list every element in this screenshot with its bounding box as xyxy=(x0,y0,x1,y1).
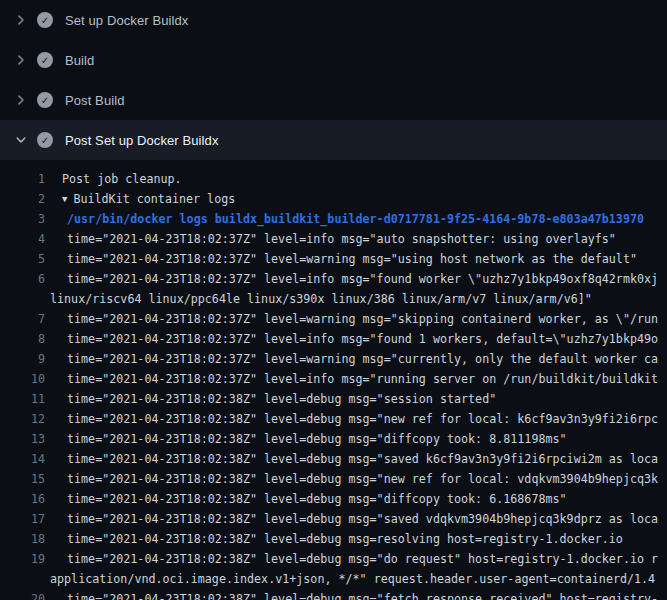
log-line: 11 time="2021-04-23T18:02:38Z" level=deb… xyxy=(0,389,667,409)
chevron-icon xyxy=(13,12,29,28)
log-line-number[interactable]: 7 xyxy=(0,309,45,329)
log-line-number[interactable]: 6 xyxy=(0,269,45,289)
check-circle-icon: ✓ xyxy=(37,92,53,108)
log-line-number[interactable]: 14 xyxy=(0,449,45,469)
chevron-icon xyxy=(13,92,29,108)
log-line: 12 time="2021-04-23T18:02:38Z" level=deb… xyxy=(0,409,667,429)
check-circle-icon: ✓ xyxy=(37,52,53,68)
log-line-number[interactable]: 10 xyxy=(0,369,45,389)
log-group-label[interactable]: BuildKit container logs xyxy=(73,192,235,206)
log-line-number[interactable]: 19 xyxy=(0,549,45,569)
log-line-text[interactable]: ▼BuildKit container logs xyxy=(62,189,235,209)
log-line-text: time="2021-04-23T18:02:38Z" level=debug … xyxy=(67,549,658,569)
log-line-text: time="2021-04-23T18:02:38Z" level=debug … xyxy=(67,469,658,489)
step-label: Build xyxy=(65,53,94,68)
log-line-number[interactable]: 4 xyxy=(0,229,45,249)
log-line: 13 time="2021-04-23T18:02:38Z" level=deb… xyxy=(0,429,667,449)
log-line: 17 time="2021-04-23T18:02:38Z" level=deb… xyxy=(0,509,667,529)
log-line-text: Post job cleanup. xyxy=(62,169,182,189)
log-line: 6 time="2021-04-23T18:02:37Z" level=info… xyxy=(0,269,667,289)
step-label: Post Build xyxy=(65,93,125,108)
log-line-text: time="2021-04-23T18:02:38Z" level=debug … xyxy=(67,429,567,449)
log-line-number[interactable]: 12 xyxy=(0,409,45,429)
log-line: 8 time="2021-04-23T18:02:37Z" level=info… xyxy=(0,329,667,349)
step-header-post-set-up-docker-buildx[interactable]: ✓ Post Set up Docker Buildx xyxy=(0,120,667,160)
log-line-text: time="2021-04-23T18:02:38Z" level=debug … xyxy=(67,449,658,469)
workflow-steps-log-panel: ✓ Set up Docker Buildx ✓ Build ✓ Post Bu… xyxy=(0,0,667,600)
log-line: 14 time="2021-04-23T18:02:38Z" level=deb… xyxy=(0,449,667,469)
log-line-number[interactable]: 18 xyxy=(0,529,45,549)
log-line-text: time="2021-04-23T18:02:38Z" level=debug … xyxy=(67,409,658,429)
log-line: 7 time="2021-04-23T18:02:37Z" level=warn… xyxy=(0,309,667,329)
log-line: 5 time="2021-04-23T18:02:37Z" level=warn… xyxy=(0,249,667,269)
log-line-text: time="2021-04-23T18:02:38Z" level=debug … xyxy=(67,509,658,529)
log-line-text: time="2021-04-23T18:02:37Z" level=info m… xyxy=(67,369,658,389)
log-line: 9 time="2021-04-23T18:02:37Z" level=warn… xyxy=(0,349,667,369)
log-line-number[interactable]: 16 xyxy=(0,489,45,509)
log-line-number[interactable]: 8 xyxy=(0,329,45,349)
step-label: Set up Docker Buildx xyxy=(65,13,188,28)
log-line-number[interactable]: 13 xyxy=(0,429,45,449)
check-circle-icon: ✓ xyxy=(37,12,53,28)
log-line-text: application/vnd.oci.image.index.v1+json,… xyxy=(50,569,655,589)
log-line-text: time="2021-04-23T18:02:38Z" level=debug … xyxy=(67,589,658,600)
log-line-number[interactable]: 9 xyxy=(0,349,45,369)
step-label: Post Set up Docker Buildx xyxy=(65,133,219,148)
log-line-text: time="2021-04-23T18:02:38Z" level=debug … xyxy=(67,529,623,549)
log-line-number[interactable]: 17 xyxy=(0,509,45,529)
log-line-number[interactable]: 20 xyxy=(0,589,45,600)
log-line-text: time="2021-04-23T18:02:37Z" level=warnin… xyxy=(67,309,658,329)
chevron-icon xyxy=(13,52,29,68)
log-line-number[interactable]: 15 xyxy=(0,469,45,489)
check-circle-icon: ✓ xyxy=(37,132,53,148)
log-line: 1 Post job cleanup. xyxy=(0,169,667,189)
steps-list: ✓ Set up Docker Buildx ✓ Build ✓ Post Bu… xyxy=(0,0,667,160)
log-command-text: /usr/bin/docker logs buildx_buildkit_bui… xyxy=(67,209,644,229)
log-line-number[interactable]: 5 xyxy=(0,249,45,269)
log-line-text: time="2021-04-23T18:02:37Z" level=warnin… xyxy=(67,249,637,269)
log-line-number[interactable]: 11 xyxy=(0,389,45,409)
log-line-text: time="2021-04-23T18:02:38Z" level=debug … xyxy=(67,489,567,509)
log-line-number[interactable]: 3 xyxy=(0,209,45,229)
log-line-text: time="2021-04-23T18:02:37Z" level=warnin… xyxy=(67,349,658,369)
log-line: 10 time="2021-04-23T18:02:37Z" level=inf… xyxy=(0,369,667,389)
step-header-build[interactable]: ✓ Build xyxy=(0,40,667,80)
log-line-text: time="2021-04-23T18:02:37Z" level=info m… xyxy=(67,269,658,289)
log-line: application/vnd.oci.image.index.v1+json,… xyxy=(0,569,667,589)
log-view: 1 Post job cleanup. 2 ▼BuildKit containe… xyxy=(0,160,667,600)
log-line: linux/riscv64 linux/ppc64le linux/s390x … xyxy=(0,289,667,309)
log-line-text: time="2021-04-23T18:02:37Z" level=info m… xyxy=(67,329,658,349)
log-line-number[interactable]: 1 xyxy=(0,169,45,189)
log-line: 4 time="2021-04-23T18:02:37Z" level=info… xyxy=(0,229,667,249)
log-line: 18 time="2021-04-23T18:02:38Z" level=deb… xyxy=(0,529,667,549)
log-line-text: time="2021-04-23T18:02:38Z" level=debug … xyxy=(67,389,496,409)
log-line: 3 /usr/bin/docker logs buildx_buildkit_b… xyxy=(0,209,667,229)
log-line: 2 ▼BuildKit container logs xyxy=(0,189,667,209)
chevron-icon xyxy=(13,132,29,148)
step-header-set-up-docker-buildx[interactable]: ✓ Set up Docker Buildx xyxy=(0,0,667,40)
log-line: 15 time="2021-04-23T18:02:38Z" level=deb… xyxy=(0,469,667,489)
log-line: 19 time="2021-04-23T18:02:38Z" level=deb… xyxy=(0,549,667,569)
log-line: 20 time="2021-04-23T18:02:38Z" level=deb… xyxy=(0,589,667,600)
log-line-text: linux/riscv64 linux/ppc64le linux/s390x … xyxy=(50,289,592,309)
group-caret-icon: ▼ xyxy=(62,189,67,209)
log-line: 16 time="2021-04-23T18:02:38Z" level=deb… xyxy=(0,489,667,509)
step-header-post-build[interactable]: ✓ Post Build xyxy=(0,80,667,120)
log-line-number[interactable]: 2 xyxy=(0,189,45,209)
log-line-text: time="2021-04-23T18:02:37Z" level=info m… xyxy=(67,229,616,249)
